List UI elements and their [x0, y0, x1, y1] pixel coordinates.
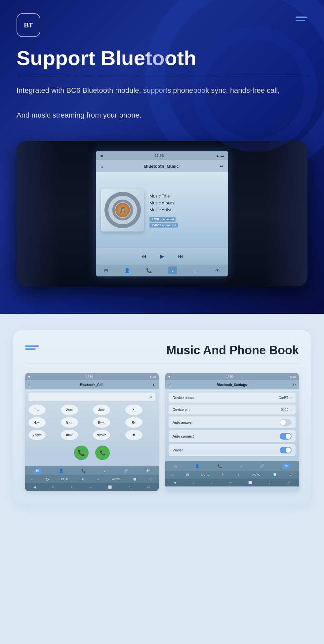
db-icon2[interactable]: ⬜: [108, 485, 112, 489]
dialer-back[interactable]: ◀: [28, 375, 30, 378]
dialer-title: Bluetooth_Call: [80, 383, 103, 387]
tab-apps[interactable]: ⊞: [34, 468, 41, 474]
sb-icon2[interactable]: ⬜: [248, 481, 252, 484]
key-4[interactable]: 4GHI: [28, 417, 46, 428]
return-icon[interactable]: ↩: [220, 164, 223, 169]
key-0[interactable]: 0+: [125, 417, 142, 428]
settings-ctrl-bar: ⌂ ⏻ DUAL ❄ 🌡 AUTO 💨 🔊: [165, 471, 299, 479]
dc-auto: AUTO: [112, 478, 120, 481]
dialer-clear[interactable]: ✕: [149, 394, 153, 400]
settings-return[interactable]: ↩: [293, 383, 296, 387]
next-button[interactable]: ⏭: [178, 253, 183, 260]
tab-music[interactable]: ♪: [168, 267, 177, 274]
tab-audio[interactable]: ♪: [104, 469, 106, 473]
sc-ac[interactable]: 🌡: [237, 473, 240, 476]
dialer-return[interactable]: ↩: [153, 383, 155, 387]
music-artist: Music Artist: [149, 207, 223, 214]
sb-back[interactable]: ◀: [174, 481, 176, 484]
dc-home[interactable]: ⌂: [31, 478, 33, 481]
key-3[interactable]: 3DEF: [93, 405, 110, 415]
a2dp-badge: A2DP connected: [149, 217, 176, 222]
sb-note[interactable]: ♩: [211, 481, 212, 484]
call-button[interactable]: 📞: [74, 446, 89, 460]
hamburger-icon[interactable]: [296, 13, 307, 21]
dialer-status-icons: ▲ ▬: [149, 375, 156, 378]
auto-connect-toggle[interactable]: [280, 433, 292, 440]
stab-contacts[interactable]: 👤: [195, 464, 200, 468]
tab-person[interactable]: 👤: [124, 268, 130, 273]
stab-apps[interactable]: ⊞: [174, 464, 177, 468]
settings-home-icon[interactable]: ⌂: [169, 383, 171, 387]
music-info: Music Title Music Album Music Artist A2D…: [149, 193, 223, 227]
stab-audio[interactable]: ♪: [240, 464, 242, 468]
sb-slider[interactable]: —: [229, 481, 232, 484]
key-star[interactable]: *: [125, 405, 142, 415]
stab-call[interactable]: 📞: [218, 464, 222, 468]
main-screen: ◀ 17:53 ▲ ▬ ⌂ Bluetooth_Music ↩ 🎵: [96, 151, 228, 276]
tab-clip[interactable]: 🔗: [124, 469, 128, 473]
settings-back[interactable]: ◀: [168, 375, 170, 378]
playback-controls: ⏮ ▶ ⏭: [96, 248, 228, 265]
dialer-search-bar[interactable]: ✕: [28, 393, 155, 401]
tab-eye[interactable]: 👁: [215, 268, 220, 273]
dialer-statusbar: ◀ 17:53 ▲ ▬: [25, 373, 159, 380]
tab-link[interactable]: 🔗: [193, 268, 199, 273]
key-8[interactable]: 8TUV: [61, 430, 78, 440]
auto-connect-row: Auto connect: [169, 430, 296, 442]
dialer-bottom-bar: ◀ 0 ♩ — ⬜ 0 🔊: [25, 483, 159, 491]
logo-text: BT: [24, 21, 33, 29]
power-toggle[interactable]: [280, 447, 292, 453]
tab-phone[interactable]: 📞: [146, 268, 152, 273]
tab-grid[interactable]: ⊞: [104, 268, 108, 273]
stab-settings[interactable]: 👁: [282, 463, 290, 469]
db-slider[interactable]: —: [89, 485, 92, 489]
dialer-home[interactable]: ⌂: [28, 383, 30, 387]
bottom-section: Music And Phone Book ◀ 17:53 ▲ ▬ ⌂ Bluet…: [0, 314, 324, 644]
sc-fan[interactable]: 💨: [273, 473, 276, 476]
key-1[interactable]: 1—: [28, 405, 46, 415]
device-pin-value: 0000: [281, 408, 288, 411]
back-arrow-icon[interactable]: ◀: [100, 154, 102, 158]
dialer-ctrl-bar: ⌂ ⏻ DUAL ❄ 🌡 AUTO 💨 🔊: [25, 475, 159, 483]
card-menu-icon: [25, 345, 39, 350]
device-name-label: Device name: [173, 396, 194, 400]
album-art: 🎵: [101, 189, 144, 232]
settings-time: 17:53: [226, 375, 234, 378]
dialer-content: ✕ 1— 2ABC 3DEF * 4GHI 5JKL 6MNO 0+ 7PQRS…: [25, 389, 159, 466]
home-icon[interactable]: ⌂: [101, 164, 103, 169]
sc-home[interactable]: ⌂: [172, 473, 173, 476]
key-5[interactable]: 5JKL: [61, 417, 78, 428]
key-9[interactable]: 9WXYZ: [93, 430, 110, 440]
tab-call[interactable]: 📞: [81, 469, 86, 473]
dial-grid: 1— 2ABC 3DEF * 4GHI 5JKL 6MNO 0+ 7PQRS 8…: [28, 405, 155, 440]
db-vol[interactable]: 🔊: [147, 485, 150, 489]
key-hash[interactable]: #: [125, 430, 142, 440]
device-name-row[interactable]: Device name CarBT ›: [169, 393, 296, 403]
dc-snow[interactable]: ❄: [81, 478, 84, 481]
play-button[interactable]: ▶: [160, 253, 164, 260]
dc-power[interactable]: ⏻: [46, 478, 49, 481]
bt-logo: BT: [17, 13, 40, 37]
dc-ac[interactable]: 🌡: [97, 478, 100, 481]
db-note[interactable]: ♩: [71, 485, 72, 489]
tab-cam[interactable]: 👁: [146, 469, 150, 473]
key-2[interactable]: 2ABC: [61, 405, 78, 415]
screen-time: 17:53: [155, 154, 164, 158]
dc-vol[interactable]: 🔊: [149, 478, 152, 481]
sc-vol[interactable]: 🔊: [289, 473, 293, 476]
dc-fan[interactable]: 💨: [133, 478, 136, 481]
key-6[interactable]: 6MNO: [93, 417, 110, 428]
stab-clip[interactable]: 🔗: [260, 464, 264, 468]
key-7[interactable]: 7PQRS: [28, 430, 46, 440]
sb-vol[interactable]: 🔊: [287, 481, 291, 484]
car-body: ◀ 17:53 ▲ ▬ ⌂ Bluetooth_Music ↩ 🎵: [17, 141, 307, 286]
device-pin-row[interactable]: Device pin 0000 ›: [169, 405, 296, 414]
music-title: Music Title: [149, 193, 223, 200]
sc-power[interactable]: ⏻: [186, 473, 189, 476]
prev-button[interactable]: ⏮: [141, 253, 146, 260]
sc-snow[interactable]: ❄: [222, 473, 224, 476]
db-back[interactable]: ◀: [33, 485, 36, 489]
tab-contacts[interactable]: 👤: [59, 469, 63, 473]
auto-answer-toggle[interactable]: [280, 419, 292, 426]
end-call-button[interactable]: 📞: [95, 446, 110, 460]
